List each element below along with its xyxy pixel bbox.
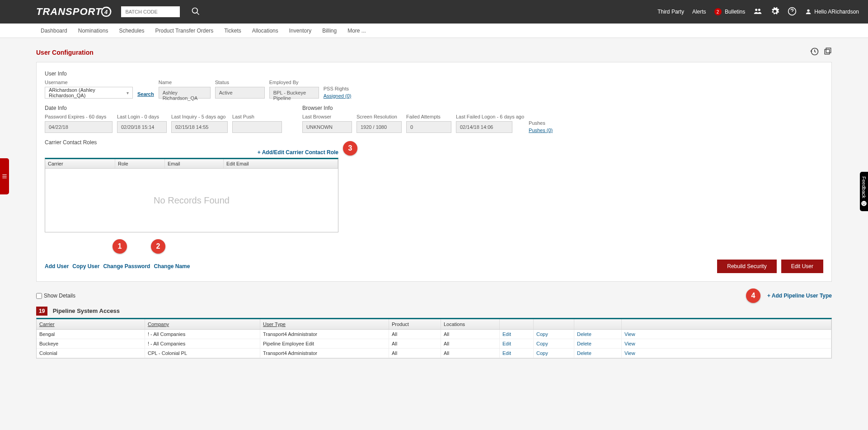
- roles-col-edit-email[interactable]: Edit Email: [224, 159, 338, 168]
- nav-pto[interactable]: Product Transfer Orders: [155, 28, 213, 34]
- left-drawer-tab[interactable]: [0, 158, 9, 194]
- show-details-checkbox[interactable]: Show Details: [36, 293, 75, 299]
- last-failed-value: 02/14/18 14:06: [456, 121, 512, 133]
- annotation-bubble-1: 1: [113, 239, 127, 254]
- nav-billing[interactable]: Billing: [322, 28, 337, 34]
- change-password-link[interactable]: Change Password: [103, 263, 150, 269]
- pss-label: PSS Rights: [324, 86, 352, 91]
- employed-label: Employed By: [269, 80, 319, 85]
- third-party-link[interactable]: Third Party: [657, 9, 684, 15]
- search-link[interactable]: Search: [137, 91, 154, 97]
- history-icon[interactable]: [810, 47, 819, 57]
- row-edit-link[interactable]: Edit: [500, 349, 534, 358]
- row-edit-link[interactable]: Edit: [500, 339, 534, 348]
- bulletin-badge: 2: [714, 8, 722, 15]
- section-browser-info: Browser Info: [302, 105, 553, 111]
- annotation-bubble-3: 3: [343, 141, 357, 156]
- screen-res-value: 1920 / 1080: [357, 121, 402, 133]
- last-inquiry-value: 02/15/18 14:55: [171, 121, 228, 133]
- page-title: User Configuration: [36, 49, 94, 56]
- copy-window-icon[interactable]: [824, 47, 832, 57]
- svg-line-3: [197, 12, 199, 14]
- table-row: ColonialCPL - Colonial PLTransport4 Admi…: [37, 349, 831, 358]
- psa-col-carrier[interactable]: Carrier: [37, 319, 145, 329]
- row-delete-link[interactable]: Delete: [574, 349, 622, 358]
- last-login-value: 02/20/18 15:14: [117, 121, 167, 133]
- search-icon[interactable]: [191, 7, 200, 17]
- table-row: Bengal! - All CompaniesTransport4 Admini…: [37, 330, 831, 339]
- svg-point-4: [755, 9, 757, 11]
- nav-allocations[interactable]: Allocations: [252, 28, 278, 34]
- row-edit-link[interactable]: Edit: [500, 330, 534, 339]
- nav-bar: Dashboard Nominations Schedules Product …: [0, 24, 868, 38]
- roles-col-role[interactable]: Role: [115, 159, 165, 168]
- help-icon[interactable]: [788, 7, 797, 17]
- nav-schedules[interactable]: Schedules: [119, 28, 144, 34]
- psa-col-company[interactable]: Company: [145, 319, 260, 329]
- logo-icon: 4: [100, 6, 112, 18]
- nav-more[interactable]: More ...: [347, 28, 366, 34]
- failed-attempts-value: 0: [406, 121, 451, 133]
- copy-user-link[interactable]: Copy User: [72, 263, 99, 269]
- roles-table: Carrier Role Email Edit Email No Records…: [45, 158, 338, 232]
- svg-rect-9: [825, 49, 830, 54]
- annotation-bubble-4: 4: [746, 288, 760, 303]
- svg-point-13: [861, 201, 867, 206]
- roles-col-email[interactable]: Email: [165, 159, 224, 168]
- svg-point-14: [863, 203, 863, 203]
- change-name-link[interactable]: Change Name: [154, 263, 190, 269]
- row-copy-link[interactable]: Copy: [534, 349, 574, 358]
- chevron-down-icon: ▾: [127, 90, 129, 95]
- feedback-tab[interactable]: Feedback: [860, 172, 868, 211]
- rebuild-security-button[interactable]: Rebuild Security: [717, 260, 776, 273]
- status-label: Status: [215, 80, 265, 85]
- header-bar: TRANSPORT 4 Third Party Alerts 2 Bulleti…: [0, 0, 868, 24]
- header-right: Third Party Alerts 2 Bulletins Hello ARi…: [657, 7, 859, 17]
- svg-text:4: 4: [104, 9, 108, 15]
- alerts-link[interactable]: Alerts: [692, 9, 706, 15]
- psa-table: Carrier Company User Type Product Locati…: [36, 318, 832, 359]
- user-greeting[interactable]: Hello ARichardson: [805, 8, 859, 15]
- roles-col-carrier[interactable]: Carrier: [45, 159, 115, 168]
- psa-title: Pipeline System Access: [53, 307, 120, 314]
- add-user-link[interactable]: Add User: [45, 263, 69, 269]
- row-view-link[interactable]: View: [622, 330, 831, 339]
- section-date-info: Date Info: [45, 105, 284, 111]
- bulletins-link[interactable]: 2 Bulletins: [714, 8, 746, 15]
- nav-nominations[interactable]: Nominations: [78, 28, 108, 34]
- name-label: Name: [159, 80, 211, 85]
- row-view-link[interactable]: View: [622, 349, 831, 358]
- svg-point-2: [192, 8, 197, 13]
- add-pipeline-link[interactable]: + Add Pipeline User Type: [767, 293, 832, 299]
- batch-code-input[interactable]: [121, 6, 180, 17]
- row-view-link[interactable]: View: [622, 339, 831, 348]
- svg-point-15: [864, 203, 865, 203]
- psa-col-locations[interactable]: Locations: [441, 319, 500, 329]
- psa-count-badge: 19: [36, 307, 47, 316]
- people-icon[interactable]: [753, 7, 762, 17]
- row-copy-link[interactable]: Copy: [534, 339, 574, 348]
- name-value: Ashley Richardson_QA: [159, 87, 211, 99]
- psa-col-usertype[interactable]: User Type: [260, 319, 389, 329]
- add-role-link[interactable]: + Add/Edit Carrier Contact Role: [258, 149, 338, 156]
- row-copy-link[interactable]: Copy: [534, 330, 574, 339]
- status-value: Active: [215, 87, 265, 99]
- section-user-info: User Info: [45, 71, 823, 77]
- edit-user-button[interactable]: Edit User: [781, 260, 823, 273]
- nav-dashboard[interactable]: Dashboard: [41, 28, 67, 34]
- gear-icon[interactable]: [770, 7, 779, 17]
- username-label: Username: [45, 80, 133, 85]
- psa-col-product[interactable]: Product: [389, 319, 441, 329]
- pss-link[interactable]: Assigned (0): [324, 93, 352, 99]
- pw-expires-value: 04/22/18: [45, 121, 113, 133]
- row-delete-link[interactable]: Delete: [574, 339, 622, 348]
- row-delete-link[interactable]: Delete: [574, 330, 622, 339]
- annotation-bubble-2: 2: [151, 239, 165, 254]
- nav-inventory[interactable]: Inventory: [289, 28, 311, 34]
- logo-text: TRANSPORT: [36, 6, 102, 18]
- last-push-value: [232, 121, 282, 133]
- pushes-link[interactable]: Pushes (0): [529, 128, 553, 133]
- username-dropdown[interactable]: ARichardson (Ashley Richardson_QA) ▾: [45, 87, 133, 99]
- svg-point-5: [758, 9, 760, 11]
- nav-tickets[interactable]: Tickets: [224, 28, 241, 34]
